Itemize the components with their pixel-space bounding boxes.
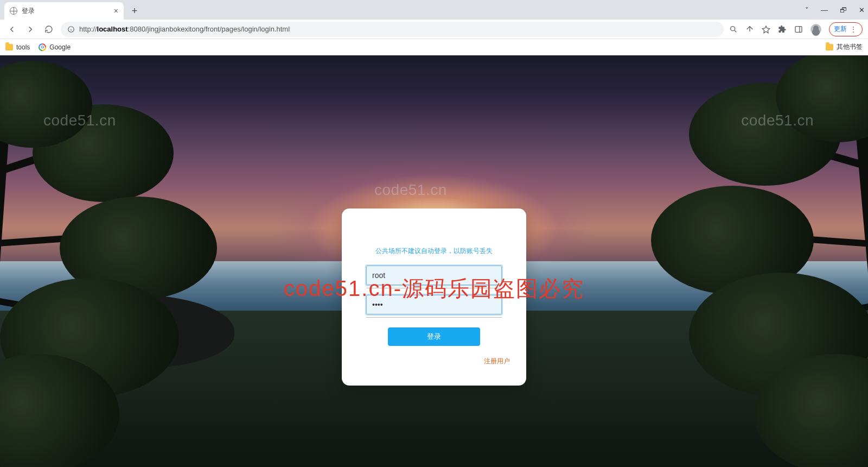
bookmark-tools[interactable]: tools xyxy=(5,43,30,51)
omnibox[interactable]: http://localhost:8080/jingjianbokexitong… xyxy=(61,22,724,37)
address-bar: http://localhost:8080/jingjianbokexitong… xyxy=(0,20,868,39)
maximize-icon[interactable]: 🗗 xyxy=(840,6,847,14)
username-input[interactable] xyxy=(366,266,502,285)
svg-line-4 xyxy=(735,30,736,32)
password-field-wrap xyxy=(366,295,502,314)
browser-tabbar: 登录 × + ˅ — 🗗 ✕ xyxy=(0,0,868,20)
forward-button[interactable] xyxy=(24,23,37,36)
zoom-icon[interactable] xyxy=(729,25,738,34)
login-button[interactable]: 登录 xyxy=(388,327,480,346)
svg-point-3 xyxy=(731,26,735,30)
login-card: 公共场所不建议自动登录，以防账号丢失 登录 注册用户 xyxy=(342,209,526,386)
minimize-icon[interactable]: — xyxy=(821,6,828,14)
back-button[interactable] xyxy=(5,23,18,36)
extensions-icon[interactable] xyxy=(778,25,787,34)
share-icon[interactable] xyxy=(745,25,754,34)
profile-avatar[interactable] xyxy=(810,24,821,35)
close-window-icon[interactable]: ✕ xyxy=(859,6,865,14)
reload-button[interactable] xyxy=(42,23,55,36)
toolbar-right: 更新 xyxy=(729,22,863,36)
close-tab-icon[interactable]: × xyxy=(114,7,118,15)
username-field-wrap xyxy=(366,266,502,285)
tab-title: 登录 xyxy=(22,7,35,16)
password-input[interactable] xyxy=(366,295,502,314)
register-wrap: 注册用户 xyxy=(358,356,510,366)
svg-marker-5 xyxy=(762,26,769,33)
folder-icon xyxy=(5,44,13,51)
folder-icon xyxy=(826,44,833,51)
globe-icon xyxy=(10,7,17,15)
login-tip: 公共场所不建议自动登录，以防账号丢失 xyxy=(358,247,510,256)
sidepanel-icon[interactable] xyxy=(794,25,803,34)
info-icon xyxy=(67,26,75,33)
star-icon[interactable] xyxy=(762,25,770,34)
svg-rect-6 xyxy=(795,26,802,32)
window-controls: ˅ — 🗗 ✕ xyxy=(805,0,865,20)
update-button[interactable]: 更新 xyxy=(829,22,863,36)
page-viewport: code51.cn code51.cn code51.cn code51.cn … xyxy=(0,55,868,467)
bookmarks-bar: tools Google 其他书签 xyxy=(0,39,868,55)
browser-tab-active[interactable]: 登录 × xyxy=(4,2,124,20)
register-link[interactable]: 注册用户 xyxy=(484,357,510,365)
chevron-down-icon[interactable]: ˅ xyxy=(805,6,809,14)
new-tab-button[interactable]: + xyxy=(127,3,142,18)
bookmark-google[interactable]: Google xyxy=(39,43,71,51)
google-icon xyxy=(39,43,46,51)
bookmark-other[interactable]: 其他书签 xyxy=(826,42,863,52)
url-text: http://localhost:8080/jingjianbokexitong… xyxy=(79,25,717,33)
